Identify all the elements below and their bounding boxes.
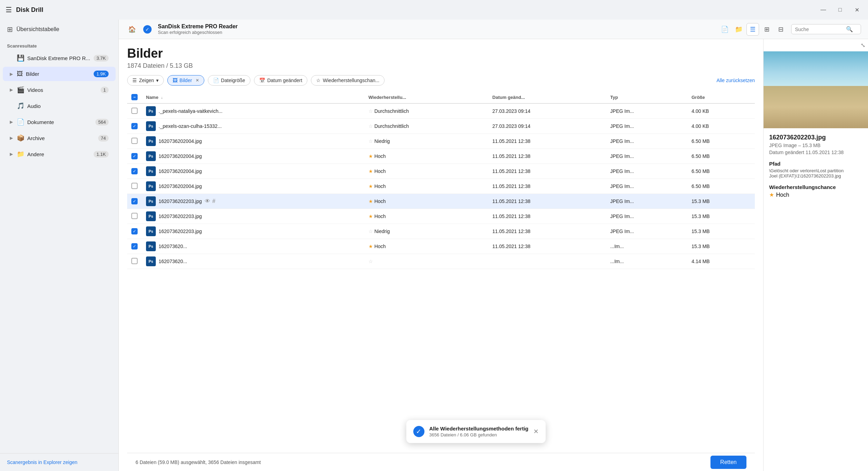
expand-icon-videos: ▶: [10, 87, 17, 92]
table-row[interactable]: Ps 162073620... ☆ ...Im... 4.14 MB: [127, 254, 755, 269]
sidebar-item-archive[interactable]: ▶ 📦 Archive 74: [3, 131, 116, 145]
preview-row-icon[interactable]: 👁: [205, 198, 210, 204]
explorer-button[interactable]: Scanergebnis in Explorer zeigen: [7, 459, 78, 465]
recovery-chance: ★ Hoch: [369, 244, 484, 249]
search-input[interactable]: [795, 27, 844, 32]
table-row[interactable]: Ps 1620736202203.jpg ★ Hoch 11.05.2021 1…: [127, 209, 755, 224]
table-row[interactable]: ✓ Ps 1620736202203.jpg ☆ Niedrig 11.05.2…: [127, 224, 755, 239]
sidebar-footer: Scanergebnis in Explorer zeigen: [0, 453, 118, 471]
row-checkbox[interactable]: ✓: [131, 168, 138, 174]
ps-icon: Ps: [146, 226, 156, 236]
table-row[interactable]: Ps 1620736202004.jpg ☆ Niedrig 11.05.202…: [127, 134, 755, 149]
row-checkbox[interactable]: ✓: [131, 153, 138, 159]
sidebar-item-dokumente[interactable]: ▶ 📄 Dokumente 564: [3, 115, 116, 129]
filter-datum-label: Datum geändert: [267, 78, 302, 83]
select-all-header[interactable]: −: [127, 91, 142, 103]
expand-preview-icon[interactable]: ⤡: [861, 42, 865, 49]
preview-recovery-label: Wiederherstellungschance: [769, 184, 862, 190]
row-checkbox[interactable]: [131, 258, 138, 264]
retten-button[interactable]: Retten: [710, 456, 746, 469]
file-row-name: Ps 1620736202004.jpg: [146, 151, 360, 161]
star-icon: ★: [369, 153, 373, 159]
filter-datum-button[interactable]: 📅 Datum geändert: [254, 75, 307, 86]
size-cell: 4.00 KB: [687, 119, 755, 134]
sidebar-count-bilder: 1.9K: [94, 71, 109, 77]
table-row[interactable]: ✓ Ps 162073620... ★ Hoch 11.05.2021 12:3…: [127, 239, 755, 254]
type-column-header[interactable]: Typ: [606, 91, 687, 103]
preview-panel-header: ⤡: [764, 39, 868, 51]
sidebar-item-andere[interactable]: ▶ 📁 Andere 1.1K: [3, 147, 116, 161]
table-row[interactable]: ✓ Ps ._pexels-ozan-culha-15332... ☆ Durc…: [127, 119, 755, 134]
filter-wiederherstellung-label: Wiederherstellungschan...: [323, 78, 379, 83]
toast-close-button[interactable]: ✕: [533, 428, 539, 435]
row-actions: 👁 #: [205, 198, 216, 204]
sidebar-item-audio[interactable]: 🎵 Audio: [3, 99, 116, 113]
image-filter-icon: 🖼: [173, 78, 177, 83]
preview-type-size: JPEG Image – 15.3 MB: [769, 143, 862, 148]
recovery-chance: ☆ Durchschnittlich: [369, 123, 484, 129]
tag-row-icon[interactable]: #: [212, 198, 216, 204]
star-icon: ★: [369, 213, 373, 219]
row-checkbox[interactable]: [131, 213, 138, 219]
row-checkbox[interactable]: ✓: [131, 228, 138, 234]
app-body: ⊞ Übersichtstabelle Scanresultate 💾 SanD…: [0, 20, 868, 471]
filter-bilder-close[interactable]: ✕: [196, 78, 199, 83]
filter-wiederherstellung-button[interactable]: ☆ Wiederherstellungschan...: [311, 75, 385, 86]
table-row[interactable]: Ps ._pexels-nataliya-vaitkevich... ☆ Dur…: [127, 103, 755, 119]
file-name: 1620736202004.jpg: [159, 138, 202, 144]
table-row[interactable]: ✓ Ps 1620736202203.jpg 👁 # ★ Hoch 11.05.…: [127, 194, 755, 209]
audio-icon: 🎵: [17, 102, 24, 110]
topbar: 🏠 ✓ SanDisk Extreme PRO Reader Scan erfo…: [119, 20, 868, 39]
view-list-button[interactable]: ☰: [746, 23, 759, 36]
filter-zeigen-button[interactable]: ☰ Zeigen ▾: [127, 75, 164, 86]
select-all-checkbox[interactable]: −: [131, 94, 138, 100]
table-row[interactable]: Ps 1620736202004.jpg ★ Hoch 11.05.2021 1…: [127, 179, 755, 194]
maximize-button[interactable]: □: [834, 4, 846, 15]
filter-reset-button[interactable]: Alle zurücksetzen: [716, 78, 755, 83]
home-button[interactable]: 🏠: [126, 23, 138, 36]
date-column-header[interactable]: Datum geänd...: [488, 91, 606, 103]
filter-dateigroesse-button[interactable]: 📄 Dateigröße: [208, 75, 250, 86]
menu-icon[interactable]: ☰: [6, 6, 12, 14]
preview-panel: ⤡: [763, 39, 868, 471]
sidebar-item-sandisk[interactable]: 💾 SanDisk Extreme PRO R... 3.7K: [3, 51, 116, 65]
svg-rect-1: [764, 83, 868, 97]
row-checkbox[interactable]: ✓: [131, 198, 138, 204]
sidebar-item-bilder[interactable]: ▶ 🖼 Bilder 1.9K: [3, 67, 116, 81]
sidebar-overview[interactable]: ⊞ Übersichtstabelle: [0, 20, 118, 39]
recovery-text: Hoch: [374, 244, 386, 249]
file-row-name: Ps ._pexels-nataliya-vaitkevich...: [146, 106, 360, 116]
size-cell: 4.14 MB: [687, 254, 755, 269]
row-checkbox[interactable]: ✓: [131, 123, 138, 129]
name-column-header[interactable]: Name ↓: [142, 91, 364, 103]
preview-path-value: \Gelöscht oder verloren\Lost partitionJo…: [769, 168, 862, 179]
view-folder-button[interactable]: 📁: [732, 23, 745, 36]
view-split-button[interactable]: ⊟: [774, 23, 787, 36]
row-checkbox[interactable]: [131, 138, 138, 144]
type-cell: JPEG Im...: [606, 164, 687, 179]
recovery-column-header[interactable]: Wiederherstellu...: [364, 91, 488, 103]
date-cell: 11.05.2021 12:38: [488, 224, 606, 239]
file-row-name: Ps 1620736202004.jpg: [146, 166, 360, 176]
sidebar-label-andere: Andere: [27, 151, 94, 157]
sidebar-label-bilder: Bilder: [26, 71, 94, 77]
topbar-nav: 🏠 ✓: [126, 23, 154, 36]
view-grid-button[interactable]: ⊞: [760, 23, 773, 36]
recovery-text: Hoch: [374, 213, 386, 219]
row-checkbox[interactable]: [131, 183, 138, 189]
row-checkbox[interactable]: ✓: [131, 243, 138, 249]
row-checkbox[interactable]: [131, 108, 138, 114]
size-column-header[interactable]: Größe: [687, 91, 755, 103]
type-cell: JPEG Im...: [606, 119, 687, 134]
close-button[interactable]: ✕: [851, 4, 862, 15]
view-file-button[interactable]: 📄: [719, 23, 731, 36]
sidebar-label-audio: Audio: [27, 103, 109, 109]
main-content: 🏠 ✓ SanDisk Extreme PRO Reader Scan erfo…: [119, 20, 868, 471]
table-row[interactable]: ✓ Ps 1620736202004.jpg ★ Hoch 11.05.2021…: [127, 149, 755, 164]
ps-icon: Ps: [146, 181, 156, 191]
filter-bilder-button[interactable]: 🖼 Bilder ✕: [167, 75, 204, 86]
recovery-chance: ★ Hoch: [369, 198, 484, 204]
minimize-button[interactable]: —: [818, 4, 829, 15]
table-row[interactable]: ✓ Ps 1620736202004.jpg ★ Hoch 11.05.2021…: [127, 164, 755, 179]
sidebar-item-videos[interactable]: ▶ 🎬 Videos 1: [3, 82, 116, 97]
